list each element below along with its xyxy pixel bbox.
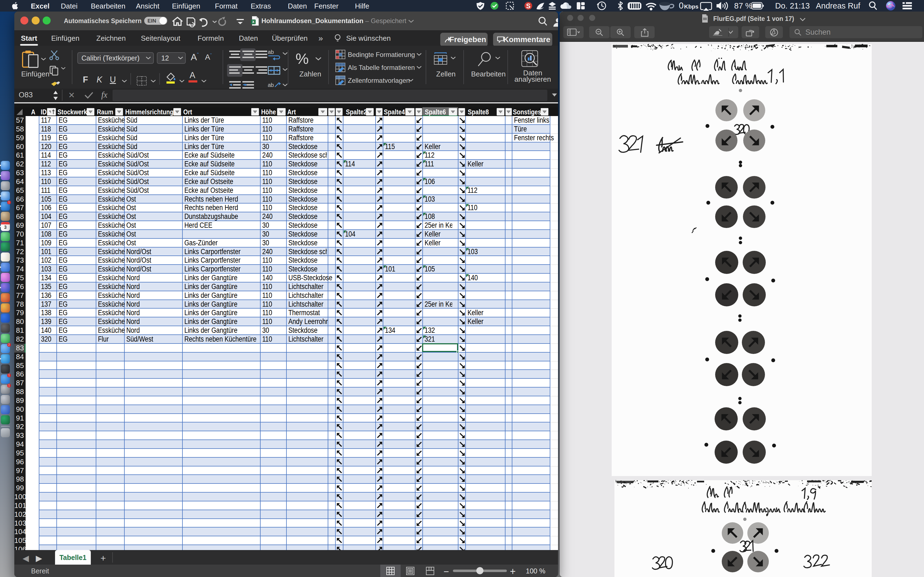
svg-text:X: X: [252, 20, 255, 24]
svg-text:ab: ab: [268, 82, 274, 88]
svg-text:Kbps: Kbps: [684, 3, 699, 10]
svg-text:Andreas Ruf: Andreas Ruf: [816, 2, 861, 10]
svg-text:Do. 21:13: Do. 21:13: [775, 2, 810, 10]
svg-text:S: S: [526, 2, 530, 10]
svg-text:ab: ab: [268, 50, 274, 55]
svg-text:87 %: 87 %: [734, 2, 752, 10]
svg-text:0: 0: [679, 1, 683, 10]
